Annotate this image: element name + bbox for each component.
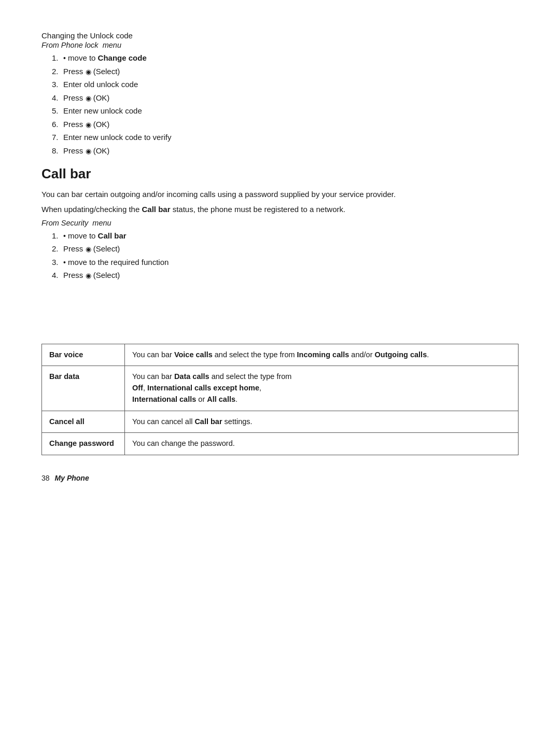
callbar-body1: You can bar certain outgoing and/or inco… (41, 188, 519, 200)
joystick-icon: • (63, 53, 66, 64)
step5-text: Enter new unlock code (63, 105, 519, 117)
joystick-icon: • (63, 231, 66, 242)
table-row: Bar data You can bar Data calls and sele… (42, 366, 519, 411)
callbar-steps-list: • move to Call bar Press ◉ (Select) • mo… (52, 230, 519, 282)
list-item: Press ◉ (OK) (52, 119, 519, 131)
select-icon: ◉ (86, 120, 91, 130)
table-cell-desc: You can change the password. (125, 433, 519, 455)
callbar-section: Call bar You can bar certain outgoing an… (41, 166, 519, 282)
table-cell-label: Cancel all (42, 411, 125, 433)
callbar-heading: Call bar (41, 166, 519, 182)
select-icon: ◉ (86, 93, 91, 104)
table-cell-label: Change password (42, 433, 125, 455)
list-item: Enter new unlock code (52, 105, 519, 117)
from-label-phonelock: From Phone lock menu (41, 41, 519, 49)
list-item: Enter old unlock code (52, 79, 519, 91)
select-icon: ◉ (86, 67, 91, 77)
callbar-body2: When updating/checking the Call bar stat… (41, 203, 519, 215)
table-cell-label: Bar data (42, 366, 125, 411)
footer-page-number: 38 (41, 474, 50, 482)
callbar-table: Bar voice You can bar Voice calls and se… (41, 344, 519, 456)
table-cell-label: Bar voice (42, 344, 125, 366)
list-item: Press ◉ (OK) (52, 145, 519, 157)
table-row: Bar voice You can bar Voice calls and se… (42, 344, 519, 366)
list-item: • move to Call bar (52, 230, 519, 242)
select-icon: ◉ (86, 271, 91, 281)
step3-text: Enter old unlock code (63, 79, 519, 91)
footer: 38 My Phone (41, 471, 519, 482)
joystick-icon: • (63, 257, 66, 268)
table-row: Cancel all You can cancel all Call bar s… (42, 411, 519, 433)
list-item: Enter new unlock code to verify (52, 132, 519, 144)
list-item: • move to Change code (52, 52, 519, 64)
select-icon: ◉ (86, 146, 91, 157)
list-item: Press ◉ (OK) (52, 92, 519, 104)
list-item: Press ◉ (Select) (52, 243, 519, 255)
table-cell-desc: You can cancel all Call bar settings. (125, 411, 519, 433)
table-row: Change password You can change the passw… (42, 433, 519, 455)
table-cell-desc: You can bar Voice calls and select the t… (125, 344, 519, 366)
intro-block: Changing the Unlock code From Phone lock… (41, 31, 519, 157)
select-icon: ◉ (86, 244, 91, 255)
page-content: Changing the Unlock code From Phone lock… (41, 31, 519, 482)
unlock-steps-list: • move to Change code Press ◉ (Select) E… (52, 52, 519, 157)
list-item: Press ◉ (Select) (52, 66, 519, 78)
list-item: Press ◉ (Select) (52, 270, 519, 282)
footer-title: My Phone (55, 474, 89, 482)
section-title: Changing the Unlock code (41, 31, 519, 40)
from-label-security: From Security menu (41, 219, 519, 227)
list-item: • move to the required function (52, 257, 519, 269)
table-cell-desc: You can bar Data calls and select the ty… (125, 366, 519, 411)
